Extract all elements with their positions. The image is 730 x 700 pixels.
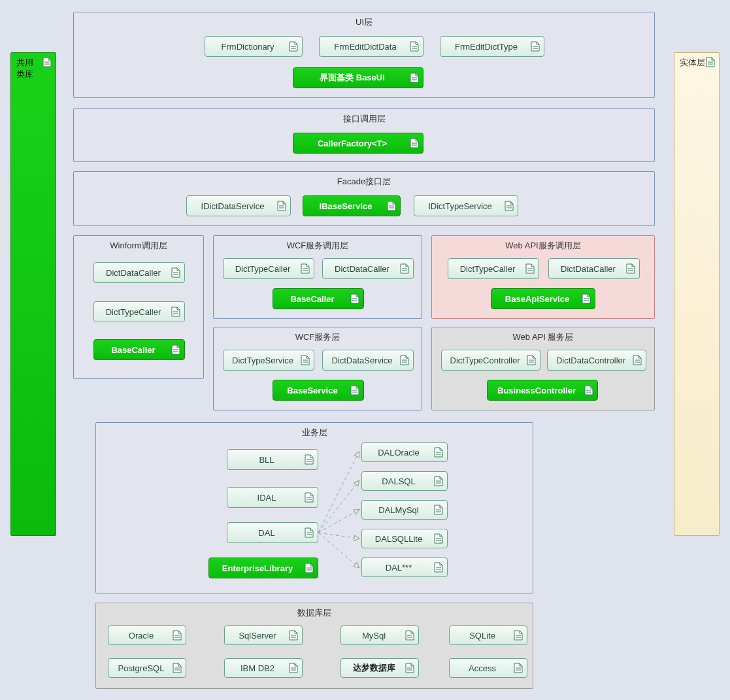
layer-wcf-service: WCF服务层 DictTypeService DictDataService B… bbox=[213, 327, 422, 410]
document-icon bbox=[505, 201, 514, 211]
document-icon bbox=[434, 505, 443, 515]
box-winform-base-caller: BaseCaller bbox=[93, 339, 185, 360]
layer-webapi-service-title: Web API 服务层 bbox=[432, 327, 654, 344]
document-icon bbox=[289, 663, 298, 673]
document-icon bbox=[410, 73, 419, 83]
document-icon bbox=[706, 57, 715, 67]
document-icon bbox=[584, 385, 593, 395]
box-base-service: BaseService bbox=[273, 380, 364, 401]
document-icon bbox=[171, 307, 180, 317]
box-business-controller: BusinessController bbox=[487, 380, 598, 401]
box-winform-dict-data-caller: DictDataCaller bbox=[93, 262, 185, 283]
document-icon bbox=[405, 630, 414, 641]
document-icon bbox=[434, 476, 443, 486]
box-frm-edit-dict-data: FrmEditDictData bbox=[319, 36, 423, 57]
box-frm-dictionary: FrmDictionary bbox=[205, 36, 303, 57]
box-base-ui: 界面基类 BaseUI bbox=[293, 67, 423, 88]
document-icon bbox=[434, 562, 443, 573]
box-dal-sqlite: DALSQLLite bbox=[361, 529, 448, 548]
document-icon bbox=[514, 630, 523, 641]
box-dameng: 达梦数据库 bbox=[340, 658, 419, 678]
box-dal: DAL bbox=[227, 522, 318, 543]
box-frm-edit-dict-type: FrmEditDictType bbox=[440, 36, 544, 57]
layer-ui: UI层 FrmDictionary FrmEditDictData FrmEdi… bbox=[73, 12, 655, 98]
layer-webapi-caller-title: Web API服务调用层 bbox=[432, 236, 654, 253]
box-oracle: Oracle bbox=[108, 625, 186, 645]
document-icon bbox=[527, 355, 536, 365]
box-ibase-service: IBaseService bbox=[303, 195, 401, 216]
box-idict-type-service: IDictTypeService bbox=[414, 195, 518, 216]
document-icon bbox=[626, 263, 635, 274]
layer-caller-title: 接口调用层 bbox=[74, 109, 654, 126]
sidebar-entity-layer: 实体层 bbox=[674, 52, 720, 536]
layer-wcf-service-title: WCF服务层 bbox=[214, 327, 422, 344]
box-winform-dict-type-caller: DictTypeCaller bbox=[93, 301, 185, 322]
layer-caller: 接口调用层 CallerFactory<T> bbox=[73, 108, 655, 162]
layer-business-title: 业务层 bbox=[96, 423, 533, 440]
document-icon bbox=[350, 385, 359, 395]
box-dal-other: DAL*** bbox=[361, 558, 448, 577]
layer-ui-title: UI层 bbox=[74, 12, 654, 29]
layer-wcf-caller-title: WCF服务调用层 bbox=[214, 236, 422, 253]
box-mysql: MySql bbox=[340, 625, 419, 645]
box-wcf-dict-data-caller: DictDataCaller bbox=[322, 258, 414, 279]
document-icon bbox=[305, 492, 314, 503]
document-icon bbox=[514, 663, 523, 673]
layer-wcf-caller: WCF服务调用层 DictTypeCaller DictDataCaller B… bbox=[213, 235, 422, 319]
layer-db-title: 数据库层 bbox=[96, 603, 533, 620]
box-dict-data-controller: DictDataController bbox=[547, 350, 646, 371]
layer-winform-caller-title: Winform调用层 bbox=[74, 236, 203, 253]
document-icon bbox=[434, 447, 443, 458]
document-icon bbox=[305, 454, 314, 465]
document-icon bbox=[305, 563, 314, 573]
document-icon bbox=[301, 355, 310, 365]
document-icon bbox=[582, 293, 591, 304]
box-dal-mysql: DALMySql bbox=[361, 500, 448, 520]
document-icon bbox=[410, 138, 419, 148]
layer-webapi-caller: Web API服务调用层 DictTypeCaller DictDataCall… bbox=[431, 235, 655, 319]
box-idict-data-service: IDictDataService bbox=[186, 195, 291, 216]
box-ibm-db2: IBM DB2 bbox=[224, 658, 303, 678]
layer-webapi-service: Web API 服务层 DictTypeController DictDataC… bbox=[431, 327, 655, 410]
document-icon bbox=[410, 41, 419, 52]
document-icon bbox=[173, 663, 182, 673]
document-icon bbox=[531, 41, 540, 52]
box-dict-type-controller: DictTypeController bbox=[441, 350, 540, 371]
box-dict-data-service: DictDataService bbox=[322, 350, 414, 371]
layer-db: 数据库层 Oracle SqlServer MySql SQLite Postg… bbox=[95, 603, 533, 689]
layer-facade-title: Facade接口层 bbox=[74, 172, 654, 189]
box-wcf-base-caller: BaseCaller bbox=[273, 288, 364, 309]
box-webapi-dict-data-caller: DictDataCaller bbox=[548, 258, 640, 279]
box-base-api-service: BaseApiService bbox=[491, 288, 595, 309]
document-icon bbox=[289, 630, 298, 641]
svg-line-2 bbox=[318, 510, 359, 533]
document-icon bbox=[525, 263, 535, 274]
document-icon bbox=[434, 533, 443, 544]
sidebar-shared-lib: 共用 类库 bbox=[10, 52, 56, 536]
box-sqlite: SQLite bbox=[449, 625, 527, 645]
layer-winform-caller: Winform调用层 DictDataCaller DictTypeCaller… bbox=[73, 235, 204, 379]
document-icon bbox=[173, 630, 182, 641]
svg-line-3 bbox=[318, 533, 359, 539]
box-bll: BLL bbox=[227, 449, 318, 470]
box-caller-factory: CallerFactory<T> bbox=[293, 133, 423, 154]
svg-line-0 bbox=[318, 452, 359, 533]
box-idal: IDAL bbox=[227, 487, 318, 508]
diagram-canvas: 共用 类库 实体层 UI层 FrmDictionary FrmEditDictD… bbox=[7, 7, 723, 693]
document-icon bbox=[387, 201, 396, 211]
document-icon bbox=[42, 57, 52, 67]
document-icon bbox=[277, 201, 286, 211]
box-dict-type-service: DictTypeService bbox=[223, 350, 314, 371]
box-wcf-dict-type-caller: DictTypeCaller bbox=[223, 258, 314, 279]
box-sqlserver: SqlServer bbox=[224, 625, 303, 645]
box-access: Access bbox=[449, 658, 527, 678]
document-icon bbox=[400, 263, 409, 274]
layer-facade: Facade接口层 IDictDataService IBaseService … bbox=[73, 171, 655, 226]
box-dal-oracle: DALOracle bbox=[361, 442, 448, 462]
svg-line-4 bbox=[318, 533, 359, 567]
document-icon bbox=[171, 267, 180, 278]
layer-business: 业务层 BLL IDAL DAL EnterpriseLibrary DALOr… bbox=[95, 422, 533, 593]
document-icon bbox=[301, 263, 310, 274]
box-webapi-dict-type-caller: DictTypeCaller bbox=[448, 258, 539, 279]
document-icon bbox=[633, 355, 642, 365]
